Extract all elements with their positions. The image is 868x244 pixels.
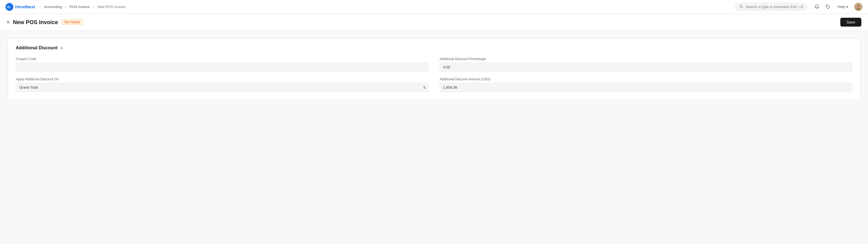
fields-grid: Coupon Code Additional Discount Percenta… <box>16 57 852 92</box>
apply-additional-discount-on-wrapper: Grand Total Net Total ⇅ <box>16 83 429 92</box>
help-chevron-icon: ▾ <box>846 5 848 9</box>
notifications-button[interactable] <box>813 3 820 10</box>
additional-discount-section: Additional Discount ∧ Coupon Code Additi… <box>8 38 860 100</box>
additional-discount-percentage-label: Additional Discount Percentage <box>440 57 852 61</box>
breadcrumb-pos-invoice[interactable]: POS Invoice <box>70 5 90 9</box>
apply-additional-discount-on-field-group: Apply Additional Discount On Grand Total… <box>16 77 429 92</box>
main-content: Additional Discount ∧ Coupon Code Additi… <box>0 31 868 108</box>
page-header: ≡ New POS Invoice Not Saved Save <box>0 14 868 31</box>
svg-point-5 <box>857 5 860 7</box>
breadcrumb-sep-3: › <box>93 5 94 9</box>
search-icon <box>739 4 743 9</box>
avatar[interactable] <box>854 3 863 11</box>
section-title: Additional Discount <box>16 46 58 50</box>
svg-text:iV: iV <box>7 5 10 9</box>
apply-additional-discount-on-select[interactable]: Grand Total Net Total <box>16 83 429 92</box>
app-logo[interactable]: iV iVendNext <box>5 3 35 11</box>
top-navigation: iV iVendNext › Accounting › POS Invoice … <box>0 0 868 14</box>
tags-button[interactable] <box>824 3 832 10</box>
svg-point-4 <box>827 5 827 6</box>
additional-discount-amount-label: Additional Discount Amount (USD) <box>440 77 852 81</box>
additional-discount-percentage-value: 0.00 <box>440 62 852 72</box>
hamburger-icon: ≡ <box>7 19 10 25</box>
status-badge: Not Saved <box>61 19 83 25</box>
page-title: New POS Invoice <box>13 19 58 26</box>
search-bar[interactable] <box>735 3 807 11</box>
section-header: Additional Discount ∧ <box>16 46 852 50</box>
breadcrumb-new-pos-invoice: New POS Invoice <box>97 5 126 9</box>
collapse-icon[interactable]: ∧ <box>60 46 63 50</box>
breadcrumb-sep-2: › <box>65 5 66 9</box>
coupon-code-label: Coupon Code <box>16 57 429 61</box>
app-name: iVendNext <box>15 4 35 9</box>
hamburger-button[interactable]: ≡ <box>7 19 10 25</box>
search-input[interactable] <box>745 5 803 9</box>
help-label: Help <box>838 5 845 9</box>
svg-point-6 <box>857 8 860 10</box>
additional-discount-percentage-field-group: Additional Discount Percentage 0.00 <box>440 57 852 72</box>
additional-discount-amount-value: 1,859.38 <box>440 83 852 92</box>
logo-icon: iV <box>5 3 13 11</box>
additional-discount-amount-field-group: Additional Discount Amount (USD) 1,859.3… <box>440 77 852 92</box>
page-header-left: ≡ New POS Invoice Not Saved <box>7 19 83 26</box>
topnav-icons: Help ▾ <box>813 3 863 11</box>
apply-additional-discount-on-label: Apply Additional Discount On <box>16 77 429 81</box>
coupon-code-input[interactable] <box>16 62 429 72</box>
svg-line-3 <box>742 7 743 8</box>
save-button[interactable]: Save <box>840 18 861 27</box>
coupon-code-field-group: Coupon Code <box>16 57 429 72</box>
help-button[interactable]: Help ▾ <box>835 4 850 10</box>
breadcrumb-sep-1: › <box>39 5 41 9</box>
breadcrumb-accounting[interactable]: Accounting <box>44 5 62 9</box>
